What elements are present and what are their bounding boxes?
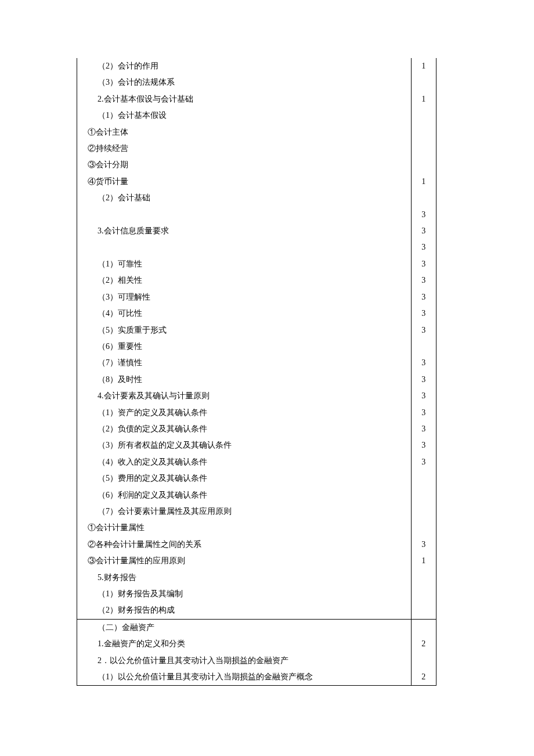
- table-row: （3）会计的法规体系: [77, 74, 436, 91]
- outline-item-text: （6）重要性: [77, 339, 412, 355]
- table-row: ④货币计量1: [77, 174, 436, 190]
- outline-item-text: 3.会计信息质量要求: [77, 223, 412, 239]
- outline-item-value: [411, 602, 436, 619]
- outline-item-text: ③会计计量属性的应用原则: [77, 553, 412, 569]
- outline-item-text: （1）财务报告及其编制: [77, 586, 412, 602]
- table-row: （1）可靠性3: [77, 256, 436, 272]
- outline-item-value: 3: [411, 223, 436, 239]
- table-row: （二）金融资产: [77, 619, 436, 636]
- table-row: （1）以公允价值计量且其变动计入当期损益的金融资产概念2: [77, 669, 436, 686]
- table-row: （2）财务报告的构成: [77, 602, 436, 619]
- table-row: 3: [77, 207, 436, 223]
- table-row: ①会计主体: [77, 124, 436, 141]
- outline-item-text: （8）及时性: [77, 372, 412, 388]
- table-row: （2）会计的作用1: [77, 58, 436, 74]
- table-row: （3）所有者权益的定义及其确认条件3: [77, 437, 436, 453]
- table-row: （4）可比性3: [77, 305, 436, 322]
- outline-item-text: （3）会计的法规体系: [77, 74, 412, 91]
- table-row: ③会计分期: [77, 157, 436, 173]
- outline-item-text: （1）会计基本假设: [77, 107, 412, 124]
- outline-item-text: ①会计主体: [77, 124, 412, 141]
- table-row: （5）费用的定义及其确认条件: [77, 470, 436, 487]
- outline-item-value: 3: [411, 305, 436, 322]
- outline-item-value: 3: [411, 239, 436, 255]
- table-row: ③会计计量属性的应用原则1: [77, 553, 436, 569]
- table-row: （1）会计基本假设: [77, 107, 436, 124]
- outline-item-text: （2）会计的作用: [77, 58, 412, 74]
- table-row: （3）可理解性3: [77, 289, 436, 305]
- outline-item-value: 3: [411, 421, 436, 437]
- table-row: ②各种会计计量属性之间的关系3: [77, 537, 436, 553]
- outline-item-text: （1）资产的定义及其确认条件: [77, 405, 412, 421]
- outline-item-value: 1: [411, 58, 436, 74]
- outline-table: （2）会计的作用1（3）会计的法规体系2.会计基本假设与会计基础1（1）会计基本…: [77, 58, 436, 686]
- table-row: 1.金融资产的定义和分类2: [77, 636, 436, 652]
- outline-item-value: [411, 190, 436, 206]
- outline-item-text: 1.金融资产的定义和分类: [77, 636, 412, 652]
- outline-item-value: [411, 586, 436, 602]
- outline-item-text: （6）利润的定义及其确认条件: [77, 487, 412, 503]
- outline-item-text: （1）可靠性: [77, 256, 412, 272]
- outline-item-value: 3: [411, 289, 436, 305]
- table-row: 2.会计基本假设与会计基础1: [77, 91, 436, 107]
- outline-item-value: [411, 74, 436, 91]
- outline-item-value: 3: [411, 256, 436, 272]
- outline-item-value: 1: [411, 91, 436, 107]
- outline-item-text: （5）费用的定义及其确认条件: [77, 470, 412, 487]
- outline-item-value: 3: [411, 405, 436, 421]
- outline-item-value: 2: [411, 636, 436, 652]
- outline-item-value: [411, 487, 436, 503]
- outline-item-value: [411, 503, 436, 520]
- outline-item-text: ①会计计量属性: [77, 520, 412, 536]
- outline-item-text: （二）金融资产: [77, 619, 412, 636]
- outline-item-text: 5.财务报告: [77, 570, 412, 586]
- table-row: （1）资产的定义及其确认条件3: [77, 405, 436, 421]
- outline-item-text: （2）会计基础: [77, 190, 412, 206]
- outline-item-text: 2.会计基本假设与会计基础: [77, 91, 412, 107]
- outline-item-text: [77, 239, 412, 255]
- outline-item-text: （3）可理解性: [77, 289, 412, 305]
- outline-item-text: （2）财务报告的构成: [77, 602, 412, 619]
- outline-item-value: 3: [411, 272, 436, 289]
- outline-item-value: 3: [411, 372, 436, 388]
- outline-item-value: [411, 570, 436, 586]
- outline-item-text: （2）相关性: [77, 272, 412, 289]
- table-row: （2）会计基础: [77, 190, 436, 206]
- table-row: 5.财务报告: [77, 570, 436, 586]
- outline-item-text: ④货币计量: [77, 174, 412, 190]
- outline-item-value: [411, 157, 436, 173]
- outline-item-value: 1: [411, 553, 436, 569]
- outline-item-text: 2．以公允价值计量且其变动计入当期损益的金融资产: [77, 653, 412, 669]
- outline-item-text: 4.会计要素及其确认与计量原则: [77, 388, 412, 404]
- table-row: （2）相关性3: [77, 272, 436, 289]
- outline-item-text: （3）所有者权益的定义及其确认条件: [77, 437, 412, 453]
- outline-item-value: 3: [411, 322, 436, 339]
- outline-item-text: （7）谨慎性: [77, 355, 412, 371]
- outline-item-value: 1: [411, 174, 436, 190]
- table-row: （4）收入的定义及其确认条件3: [77, 454, 436, 470]
- outline-item-text: （4）收入的定义及其确认条件: [77, 454, 412, 470]
- table-row: （2）负债的定义及其确认条件3: [77, 421, 436, 437]
- outline-item-value: 3: [411, 537, 436, 553]
- outline-item-text: （4）可比性: [77, 305, 412, 322]
- table-row: （7）谨慎性3: [77, 355, 436, 371]
- outline-item-value: [411, 520, 436, 536]
- outline-item-value: 3: [411, 454, 436, 470]
- table-row: ①会计计量属性: [77, 520, 436, 536]
- table-row: （6）利润的定义及其确认条件: [77, 487, 436, 503]
- table-row: （5）实质重于形式3: [77, 322, 436, 339]
- outline-item-value: [411, 124, 436, 141]
- table-row: 3.会计信息质量要求3: [77, 223, 436, 239]
- outline-item-text: [77, 207, 412, 223]
- outline-item-text: ②持续经营: [77, 141, 412, 157]
- table-row: （6）重要性: [77, 339, 436, 355]
- table-row: 3: [77, 239, 436, 255]
- outline-item-value: [411, 339, 436, 355]
- table-row: （8）及时性3: [77, 372, 436, 388]
- outline-item-value: [411, 619, 436, 636]
- table-row: （1）财务报告及其编制: [77, 586, 436, 602]
- outline-item-text: （1）以公允价值计量且其变动计入当期损益的金融资产概念: [77, 669, 412, 686]
- outline-item-value: 3: [411, 437, 436, 453]
- outline-item-value: [411, 141, 436, 157]
- outline-item-text: （2）负债的定义及其确认条件: [77, 421, 412, 437]
